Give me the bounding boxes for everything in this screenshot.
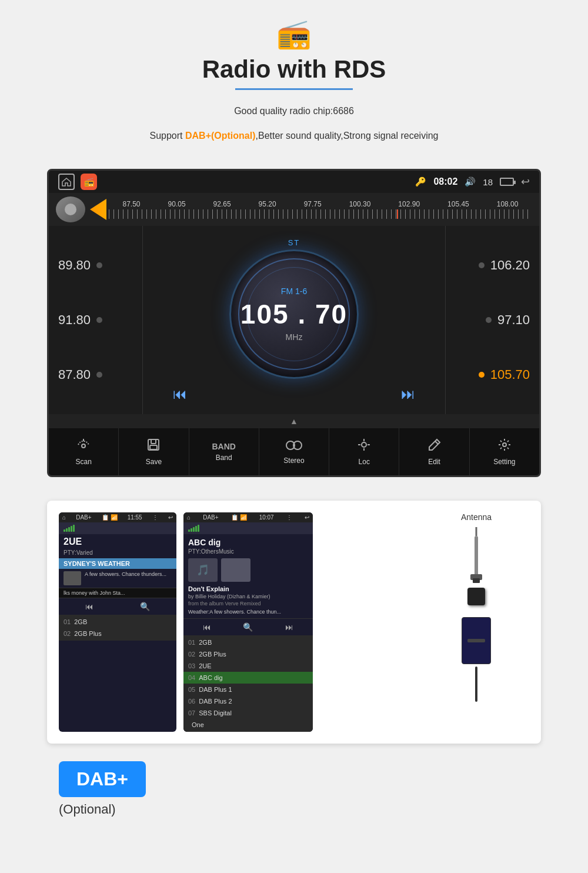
signal-bars [64, 525, 75, 532]
preset-freq-3: 87.80 [58, 367, 91, 382]
stereo-button[interactable]: Stereo [259, 428, 329, 475]
prev-button[interactable]: ⏮ [173, 386, 187, 402]
dab1-station: 2UE [59, 534, 176, 549]
save-button[interactable]: Save [119, 428, 189, 475]
dab1-app-name: DAB+ [76, 514, 91, 521]
back-icon[interactable]: ↩ [521, 175, 530, 188]
volume-level: 18 [483, 177, 493, 187]
dab2-channel-list: 012GB 022GB Plus 032UE 04ABC dig 05DAB P… [183, 635, 313, 732]
preset-freq-right-3-active: 105.70 [490, 367, 530, 382]
dab2-sig-2 [191, 528, 192, 532]
dab2-time: 10:07 [259, 514, 274, 521]
preset-right-1[interactable]: 106.20 [455, 258, 530, 273]
main-title: Radio with RDS [202, 55, 386, 84]
dab1-icons: 📋 📶 [102, 514, 118, 521]
dab2-search[interactable]: 🔍 [243, 622, 253, 632]
stereo-icon [286, 439, 302, 454]
usb-dongle [462, 617, 491, 664]
tuner-dial[interactable]: FM 1-6 105 . 70 MHz [229, 249, 359, 379]
collapse-bar[interactable]: ▲ [49, 414, 539, 428]
svg-rect-8 [475, 536, 478, 577]
loc-button[interactable]: Loc [329, 428, 399, 475]
dab-link: DAB+(Optional) [185, 131, 256, 141]
save-icon [146, 438, 161, 455]
preset-freq-right-2: 97.10 [497, 312, 530, 328]
preset-dot-1 [96, 262, 102, 268]
freq-logo [56, 196, 85, 222]
svg-rect-3 [150, 445, 157, 449]
svg-rect-11 [473, 578, 480, 583]
preset-left-1[interactable]: 89.80 [58, 258, 133, 273]
dab1-back-icon: ↩ [168, 514, 173, 521]
preset-right-3[interactable]: 105.70 [455, 367, 530, 382]
edit-icon [427, 438, 442, 455]
dab2-more: ⋮ [286, 514, 292, 521]
dab2-ch-5[interactable]: 05DAB Plus 1 [183, 684, 313, 695]
dab1-header [59, 522, 176, 534]
svg-point-6 [362, 442, 366, 447]
setting-button[interactable]: Setting [470, 428, 539, 475]
dab2-sig-4 [195, 526, 197, 532]
usb-connector [467, 639, 485, 642]
preset-dot-3 [96, 372, 102, 378]
dab-right-area: Antenna [423, 512, 529, 702]
dab2-ch-6[interactable]: 06DAB Plus 2 [183, 695, 313, 707]
dab1-weather-banner: SYDNEY'S WEATHER [59, 558, 176, 569]
dab2-app-name: DAB+ [203, 514, 218, 521]
dab2-ch-4-active[interactable]: 04ABC dig [183, 672, 313, 684]
status-time: 08:02 [433, 176, 457, 187]
dab2-ch-7[interactable]: 07SBS Digital [183, 707, 313, 719]
antenna-svg [459, 524, 494, 583]
dab1-search[interactable]: 🔍 [140, 602, 150, 611]
dab2-pty: PTY:OthersMusic [188, 548, 308, 555]
subtitle-text1: Good quality radio chip:6686 [234, 102, 354, 121]
dab2-controls: ⏮ 🔍 ⏭ [183, 618, 313, 635]
dab2-artwork: 🎵 [188, 558, 308, 582]
scan-button[interactable]: Scan [49, 428, 119, 475]
status-right: 🔑 08:02 🔊 18 ↩ [415, 175, 530, 188]
setting-label: Setting [493, 458, 515, 466]
channel-item-2[interactable]: 022GB Plus [59, 628, 176, 639]
dab2-ch-8[interactable]: One [183, 719, 313, 731]
status-bar: 📻 🔑 08:02 🔊 18 ↩ [49, 171, 539, 193]
usb-cable [475, 667, 477, 702]
radio-center: ST FM 1-6 105 . 70 MHz ⏮ ⏭ [143, 226, 445, 414]
next-button[interactable]: ⏭ [401, 386, 415, 402]
dab1-home-icon: ⌂ [62, 514, 66, 521]
dab1-status-bar: ⌂ DAB+ 📋 📶 11:55 ⋮ ↩ [59, 512, 176, 522]
dab2-signal-bars [188, 525, 199, 532]
dab2-ch-3[interactable]: 032UE [183, 660, 313, 672]
dab2-prev[interactable]: ⏮ [203, 622, 211, 632]
preset-dot-right-2 [486, 317, 492, 323]
dab2-ch-2[interactable]: 022GB Plus [183, 648, 313, 660]
preset-right-2[interactable]: 97.10 [455, 312, 530, 328]
edit-button[interactable]: Edit [399, 428, 469, 475]
sig-bar-5 [73, 525, 75, 532]
scan-label: Scan [75, 458, 91, 466]
radio-screen-wrapper: 📻 🔑 08:02 🔊 18 ↩ 87.5090.0592.6595.2097.… [47, 169, 541, 477]
dab2-ch-1[interactable]: 012GB [183, 637, 313, 648]
sig-bar-2 [66, 528, 68, 532]
band-button[interactable]: BAND Band [189, 428, 259, 475]
dab2-next[interactable]: ⏭ [285, 622, 293, 632]
channel-item-1[interactable]: 012GB [59, 616, 176, 628]
radio-app-icon[interactable]: 📻 [81, 174, 97, 190]
svg-point-0 [82, 444, 85, 448]
radio-main: 89.80 91.80 87.80 ST FM 1-6 105 . 70 MHz [49, 226, 539, 414]
dab1-prev[interactable]: ⏮ [85, 602, 93, 611]
artwork-photo [221, 558, 250, 582]
home-icon[interactable] [58, 174, 75, 190]
freq-scale-bar [109, 209, 532, 219]
dab2-station: ABC dig [188, 538, 308, 547]
usb-dongle-area [462, 617, 491, 702]
freq-indicator [397, 209, 398, 219]
status-left: 📻 [58, 174, 97, 190]
dab2-icons: 📋 📶 [231, 514, 247, 521]
band-label: Band [216, 454, 232, 462]
svg-rect-2 [151, 439, 156, 444]
dab1-channel-list: 012GB 022GB Plus [59, 615, 176, 641]
setting-icon [497, 438, 512, 455]
preset-left-3[interactable]: 87.80 [58, 367, 133, 382]
preset-left-2[interactable]: 91.80 [58, 312, 133, 328]
toolbar: Scan Save BAND Band Stereo [49, 428, 539, 475]
